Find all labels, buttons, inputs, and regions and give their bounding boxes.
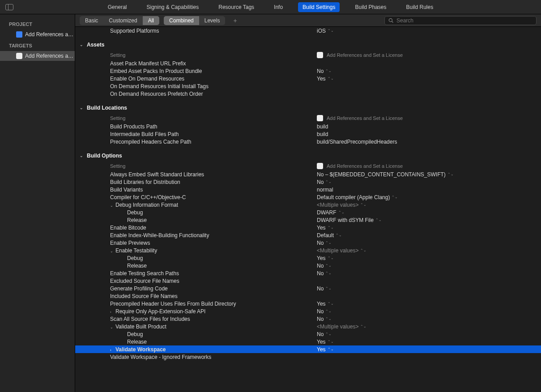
- setting-value[interactable]: Yes⌃⌄: [317, 76, 541, 82]
- setting-row[interactable]: ReleaseNo⌃⌄: [75, 262, 541, 269]
- search-box[interactable]: [384, 16, 537, 25]
- view-segmented-control[interactable]: CombinedLevels: [164, 16, 225, 25]
- add-setting-button[interactable]: +: [230, 17, 240, 24]
- target-item[interactable]: Add References a…: [0, 51, 75, 61]
- setting-row[interactable]: Enable Index-While-Building Functionalit…: [75, 231, 541, 239]
- chevron-down-icon[interactable]: ⌄: [110, 325, 114, 329]
- setting-label: Scan All Source Files for Includes: [75, 316, 317, 322]
- setting-row[interactable]: Generate Profiling CodeNo⌃⌄: [75, 285, 541, 292]
- setting-row[interactable]: Compiler for C/C++/Objective-CDefault co…: [75, 193, 541, 201]
- setting-row[interactable]: Always Embed Swift Standard LibrariesNo …: [75, 170, 541, 178]
- group-header[interactable]: ⌄Build Options: [75, 150, 541, 162]
- setting-row[interactable]: Precompiled Headers Cache Pathbuild/Shar…: [75, 138, 541, 145]
- setting-row[interactable]: On Demand Resources Initial Install Tags: [75, 82, 541, 90]
- setting-value[interactable]: normal: [317, 187, 541, 193]
- tab-info[interactable]: Info: [269, 2, 287, 12]
- filter-bar: BasicCustomizedAll CombinedLevels +: [75, 14, 541, 27]
- seg-combined[interactable]: Combined: [164, 16, 199, 25]
- setting-value[interactable]: Default⌃⌄: [317, 232, 541, 239]
- setting-row[interactable]: Scan All Source Files for IncludesNo⌃⌄: [75, 315, 541, 323]
- setting-value[interactable]: <Multiple values>⌃⌄: [317, 202, 541, 208]
- setting-row[interactable]: DebugDWARF⌃⌄: [75, 209, 541, 216]
- setting-value[interactable]: <Multiple values>⌃⌄: [317, 324, 541, 330]
- setting-value[interactable]: build: [317, 124, 541, 130]
- tab-resource-tags[interactable]: Resource Tags: [214, 2, 259, 12]
- chevron-right-icon[interactable]: ›: [110, 310, 114, 314]
- setting-value[interactable]: build: [317, 131, 541, 137]
- project-item[interactable]: Add References a…: [0, 30, 75, 39]
- setting-row[interactable]: Intermediate Build Files Pathbuild: [75, 130, 541, 138]
- seg-levels[interactable]: Levels: [199, 16, 226, 25]
- setting-value[interactable]: iOS⌃⌄: [317, 28, 541, 34]
- setting-value[interactable]: No⌃⌄: [317, 179, 541, 185]
- chevron-right-icon[interactable]: ›: [110, 348, 114, 352]
- xcode-project-icon: [16, 31, 22, 38]
- tab-general[interactable]: General: [103, 2, 132, 12]
- tab-signing-capabilities[interactable]: Signing & Capabilities: [142, 2, 203, 12]
- setting-value[interactable]: No⌃⌄: [317, 285, 541, 292]
- setting-row[interactable]: Precompiled Header Uses Files From Build…: [75, 300, 541, 307]
- setting-value[interactable]: build/SharedPrecompiledHeaders: [317, 139, 541, 145]
- setting-label: Generate Profiling Code: [75, 285, 317, 292]
- setting-row[interactable]: ⌄Debug Information Format<Multiple value…: [75, 201, 541, 209]
- setting-row[interactable]: ⌄Enable Testability<Multiple values>⌃⌄: [75, 247, 541, 254]
- search-input[interactable]: [396, 17, 532, 24]
- setting-value[interactable]: No⌃⌄: [317, 263, 541, 269]
- setting-value[interactable]: Yes⌃⌄: [317, 339, 541, 345]
- seg-basic[interactable]: Basic: [80, 16, 103, 25]
- setting-row[interactable]: Build Variantsnormal: [75, 186, 541, 193]
- setting-row[interactable]: Embed Asset Packs In Product BundleNo⌃⌄: [75, 67, 541, 75]
- project-sidebar: PROJECT Add References a… TARGETS Add Re…: [0, 14, 75, 392]
- settings-table[interactable]: Supported PlatformsiOS⌃⌄⌄AssetsSettingAd…: [75, 27, 541, 392]
- setting-row[interactable]: Enable PreviewsNo⌃⌄: [75, 239, 541, 247]
- setting-value[interactable]: No⌃⌄: [317, 270, 541, 277]
- setting-row[interactable]: DebugYes⌃⌄: [75, 254, 541, 262]
- setting-value[interactable]: Yes⌃⌄: [317, 225, 541, 231]
- group-header[interactable]: ⌄Assets: [75, 39, 541, 51]
- scope-segmented-control[interactable]: BasicCustomizedAll: [80, 16, 159, 25]
- setting-value[interactable]: Default compiler (Apple Clang)⌃⌄: [317, 194, 541, 200]
- panel-toggle-icon[interactable]: [5, 4, 13, 10]
- setting-row[interactable]: Excluded Source File Names: [75, 277, 541, 285]
- setting-row[interactable]: Enable BitcodeYes⌃⌄: [75, 224, 541, 231]
- setting-row[interactable]: ReleaseYes⌃⌄: [75, 338, 541, 345]
- group-header[interactable]: ⌄Build Locations: [75, 102, 541, 114]
- setting-value[interactable]: DWARF with dSYM File⌃⌄: [317, 217, 541, 223]
- chevron-down-icon[interactable]: ⌄: [110, 249, 114, 253]
- setting-value[interactable]: No⌃⌄: [317, 240, 541, 246]
- setting-row[interactable]: Validate Workspace - Ignored Frameworks: [75, 353, 541, 361]
- seg-all[interactable]: All: [143, 16, 159, 25]
- setting-value[interactable]: No⌃⌄: [317, 68, 541, 74]
- setting-row[interactable]: ⌄Validate Built Product<Multiple values>…: [75, 323, 541, 330]
- tab-build-settings[interactable]: Build Settings: [298, 2, 340, 12]
- setting-row[interactable]: ›Validate WorkspaceYes⌃⌄: [75, 345, 541, 353]
- chevron-down-icon[interactable]: ⌄: [110, 204, 114, 208]
- setting-row[interactable]: Build Libraries for DistributionNo⌃⌄: [75, 178, 541, 186]
- seg-customized[interactable]: Customized: [103, 16, 142, 25]
- setting-value[interactable]: Yes⌃⌄: [317, 255, 541, 261]
- targets-section-label: TARGETS: [0, 39, 75, 51]
- setting-value[interactable]: <Multiple values>⌃⌄: [317, 247, 541, 254]
- setting-value[interactable]: DWARF⌃⌄: [317, 209, 541, 216]
- tab-build-rules[interactable]: Build Rules: [402, 2, 438, 12]
- setting-value[interactable]: No⌃⌄: [317, 331, 541, 337]
- setting-row[interactable]: DebugNo⌃⌄: [75, 330, 541, 338]
- setting-row[interactable]: On Demand Resources Prefetch Order: [75, 90, 541, 98]
- setting-row[interactable]: ReleaseDWARF with dSYM File⌃⌄: [75, 216, 541, 224]
- setting-value[interactable]: No⌃⌄: [317, 316, 541, 322]
- popup-indicator-icon: ⌃⌄: [325, 332, 332, 336]
- setting-label: Build Variants: [75, 187, 317, 193]
- setting-value[interactable]: No – $(EMBEDDED_CONTENT_CONTAINS_SWIFT)⌃…: [317, 171, 541, 178]
- setting-value[interactable]: No⌃⌄: [317, 308, 541, 315]
- setting-row[interactable]: Asset Pack Manifest URL Prefix: [75, 60, 541, 67]
- setting-row[interactable]: Build Products Pathbuild: [75, 123, 541, 130]
- setting-value[interactable]: Yes⌃⌄: [317, 301, 541, 307]
- setting-value[interactable]: Yes⌃⌄: [317, 346, 541, 353]
- setting-row[interactable]: ›Require Only App-Extension-Safe APINo⌃⌄: [75, 307, 541, 315]
- setting-row[interactable]: Supported PlatformsiOS⌃⌄: [75, 27, 541, 34]
- setting-row[interactable]: Included Source File Names: [75, 292, 541, 300]
- setting-row[interactable]: Enable Testing Search PathsNo⌃⌄: [75, 269, 541, 277]
- tab-build-phases[interactable]: Build Phases: [350, 2, 391, 12]
- project-section-label: PROJECT: [0, 18, 75, 30]
- setting-row[interactable]: Enable On Demand ResourcesYes⌃⌄: [75, 75, 541, 82]
